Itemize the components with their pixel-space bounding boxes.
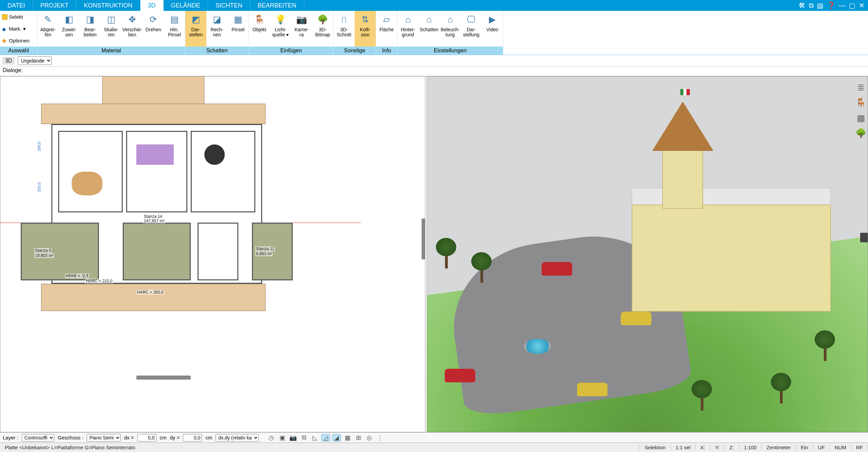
ribbon-3dbitmap[interactable]: 🌳3D-Bitmap: [312, 11, 333, 47]
ribbon-flaeche[interactable]: ▱Fläche: [376, 11, 397, 47]
options-tool[interactable]: Optionen: [0, 35, 37, 47]
ribbon-skalieren[interactable]: ◫Skalie-ren: [101, 11, 122, 47]
group-einfuegen-label: Einfügen: [249, 47, 333, 55]
status-unit: Zentimeter: [762, 445, 796, 450]
group-sonstige-label: Sonstige: [334, 47, 376, 55]
stanza14-area: 147,857 m²: [143, 219, 165, 223]
ribbon-objekt[interactable]: 🪑Objekt: [249, 11, 270, 47]
bottom-target-icon[interactable]: ◎: [365, 434, 374, 441]
clone-icon[interactable]: ⧉: [809, 2, 814, 10]
bottom-clock-icon[interactable]: ◷: [267, 434, 276, 441]
terrace-lower: [41, 284, 266, 311]
car-yellow-2: [577, 383, 608, 396]
select-tool[interactable]: Selekt: [0, 11, 37, 23]
bottom-grid2-icon[interactable]: ⊞: [354, 434, 363, 441]
bottom-cam2-icon[interactable]: 📷: [289, 434, 297, 441]
ribbon-kamera[interactable]: 📷Kame-ra: [291, 11, 312, 47]
ribbon-drehen[interactable]: ⟳Drehen: [143, 11, 164, 47]
3dschnitt-label: 3D-Schnitt: [337, 27, 352, 38]
furn-rug: [72, 172, 102, 195]
bottom-snap2-icon[interactable]: ◿: [321, 434, 330, 441]
hpar-a: HPAR = -0,5: [65, 274, 89, 278]
layers-icon[interactable]: ▤: [817, 1, 823, 10]
rstrip-tree-icon[interactable]: 🌳: [855, 128, 866, 139]
status-y: Y:: [710, 445, 725, 450]
menu-tab-datei[interactable]: DATEI: [0, 0, 33, 11]
ribbon-pinsel[interactable]: ▦Pinsel: [227, 11, 249, 47]
select-icon: [2, 14, 7, 20]
ribbon-rechnen[interactable]: ◪Rech-nen: [206, 11, 227, 47]
3d-view-pane[interactable]: [427, 76, 868, 432]
scene-house: [586, 126, 841, 332]
drehen-label: Drehen: [146, 27, 161, 32]
plan-view-pane[interactable]: Stanza 5 19,803 m² Stanza 12 8,663 m² St…: [0, 76, 425, 432]
ribbon-darstellen[interactable]: ◩Dar-stellen: [185, 11, 206, 47]
room-corridor: [198, 223, 238, 280]
layer-select[interactable]: Controsoffi: [22, 434, 54, 441]
3dbitmap-label: 3D-Bitmap: [315, 27, 330, 38]
dy-input[interactable]: [183, 434, 202, 441]
ribbon-bearbeiten[interactable]: ◨Bear-beiten: [80, 11, 101, 47]
car-red-2: [445, 369, 475, 382]
ribbon-beleuchtung[interactable]: ⌂Beleuch-tung: [440, 11, 461, 47]
geschoss-select[interactable]: Piano Semi: [87, 434, 121, 441]
bottom-more-icon[interactable]: ⋮: [376, 434, 385, 441]
menu-tab-projekt[interactable]: PROJEKT: [33, 0, 76, 11]
plan-scroll-x[interactable]: [136, 376, 191, 380]
furn-table: [136, 144, 174, 165]
ribbon-3dschnitt[interactable]: ⎍3D-Schnitt: [334, 11, 355, 47]
hintergrund-icon: ⌂: [401, 13, 415, 26]
pane-resize-handle[interactable]: [860, 233, 868, 242]
zuweisen-icon: ◧: [62, 13, 76, 26]
menu-tab-gelände[interactable]: GELÄNDE: [164, 0, 208, 11]
darstellung-icon: 🖵: [464, 13, 479, 26]
menu-tab-sichten[interactable]: SICHTEN: [208, 0, 250, 11]
bottom-snap1-icon[interactable]: ◺: [310, 434, 319, 441]
ribbon-schatten2[interactable]: ⌂Schatten: [419, 11, 440, 47]
zuweisen-label: Zuwei-sen: [62, 27, 76, 38]
menu-tab-3d[interactable]: 3D: [140, 0, 164, 11]
tree-4: [771, 373, 791, 403]
menu-tab-bearbeiten[interactable]: BEARBEITEN: [250, 0, 304, 11]
maximize-icon[interactable]: ▢: [849, 1, 855, 10]
ribbon-verschieben[interactable]: ✥Verschie-ben: [122, 11, 143, 47]
rstrip-chair-icon[interactable]: 🪑: [855, 98, 866, 108]
bottom-layers-icon[interactable]: ⧉: [300, 434, 308, 441]
darstellen-icon: ◩: [188, 13, 203, 26]
ribbon-hinpinsel[interactable]: ▤Hin.Pinsel: [164, 11, 185, 47]
tree-3: [692, 380, 712, 411]
rechnen-icon: ◪: [209, 13, 224, 26]
view-mode-badge[interactable]: 3D: [3, 57, 14, 64]
bottom-camera-icon[interactable]: ▣: [278, 434, 287, 441]
status-num: NUM: [830, 445, 851, 450]
help-icon[interactable]: ❓: [827, 1, 835, 10]
ribbon-darstellung[interactable]: 🖵Dar-stellung: [461, 11, 482, 47]
terrace-upper: [41, 104, 266, 124]
bottom-snap3-icon[interactable]: ◢: [332, 434, 341, 441]
ribbon-abgreifen[interactable]: ✎Abgrei-fen: [37, 11, 58, 47]
ribbon-zuweisen[interactable]: ◧Zuwei-sen: [58, 11, 80, 47]
ribbon-video[interactable]: ▶Video: [482, 11, 503, 47]
rstrip-palette-icon[interactable]: ▦: [857, 113, 865, 123]
layer-label: Layer :: [3, 435, 18, 440]
kollision-label: Kolli-sion: [360, 27, 370, 38]
3dbitmap-icon: 🌳: [315, 13, 330, 26]
ribbon-lichtquelle[interactable]: 💡Licht-quelle ▾: [270, 11, 291, 47]
mark-tool[interactable]: Mark. ▾: [0, 23, 37, 35]
kollision-icon: ⇅: [358, 13, 373, 26]
ribbon-kollision[interactable]: ⇅Kolli-sion: [355, 11, 376, 47]
kamera-icon: 📷: [294, 13, 309, 26]
bottom-grid1-icon[interactable]: ▦: [343, 434, 352, 441]
ribbon-hintergrund[interactable]: ⌂Hinter-grund: [397, 11, 419, 47]
room-ne: [191, 131, 255, 212]
furn-round: [204, 144, 225, 165]
close-icon[interactable]: ✕: [859, 1, 865, 10]
dx-input[interactable]: [137, 434, 156, 441]
minimize-icon[interactable]: —: [839, 2, 846, 10]
settings-icon[interactable]: 🛠: [799, 2, 805, 10]
menu-tab-konstruktion[interactable]: KONSTRUKTION: [76, 0, 140, 11]
coord-mode-select[interactable]: dx,dy (relativ ka: [216, 434, 259, 441]
terrain-select[interactable]: Urgelände: [18, 56, 52, 65]
scene-fountain: [524, 339, 551, 354]
rstrip-layers-icon[interactable]: ≣: [857, 82, 865, 93]
